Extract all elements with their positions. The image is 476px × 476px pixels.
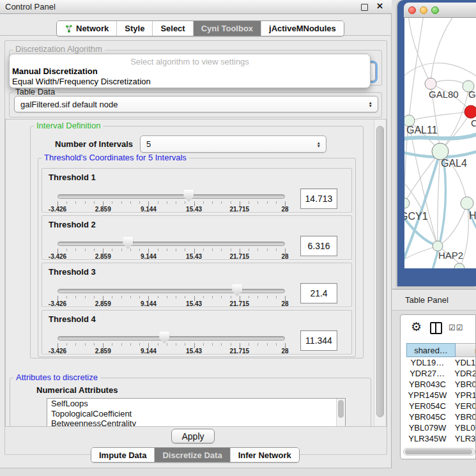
tick-label: -3.426 <box>49 300 66 307</box>
tick-mark <box>139 201 140 204</box>
settings-scrollbar-thumb[interactable] <box>376 126 384 417</box>
control-panel-titlebar: Control Panel ✕ <box>0 0 392 14</box>
threshold-value-field[interactable]: 11.344 <box>300 330 337 351</box>
attribute-list-item[interactable]: BetweennessCentrality <box>47 418 345 427</box>
numerical-attributes-list[interactable]: SelfLoopsTopologicalCoefficientBetweenne… <box>47 398 346 427</box>
threshold-value-field[interactable]: 6.316 <box>300 236 337 256</box>
threshold-slider-thumb[interactable] <box>232 284 242 296</box>
tick-mark <box>185 343 185 346</box>
threshold-slider-thumb[interactable] <box>183 190 194 202</box>
attributes-group-title: Attributes to discretize <box>13 373 100 382</box>
table-row[interactable]: YIL052CYIL0 <box>406 444 476 447</box>
algorithm-dropdown-popup: Select algorithm to view settings Manual… <box>9 54 371 88</box>
dropdown-option-manual-discretization[interactable]: Manual Discretization <box>12 66 98 76</box>
combo-arrows-icon: ▲▼ <box>369 101 372 107</box>
threshold-label: Threshold 1 <box>49 173 96 182</box>
tab-impute-data[interactable]: Impute Data <box>91 448 155 462</box>
tick-label: 21.715 <box>230 348 250 355</box>
tick-mark <box>221 343 222 346</box>
float-window-icon[interactable] <box>361 4 368 11</box>
cell-shared-name: YBL079W <box>406 423 449 433</box>
tab-style[interactable]: Style <box>117 21 153 36</box>
threshold-value-field[interactable]: 21.4 <box>300 283 337 303</box>
close-icon[interactable]: ✕ <box>376 1 383 11</box>
tick-mark <box>203 296 204 298</box>
tick-mark <box>75 201 76 204</box>
settings-scrollbar[interactable] <box>374 119 387 426</box>
tab-cyni-toolbox[interactable]: Cyni Toolbox <box>194 21 261 36</box>
gear-icon[interactable]: ⚙ <box>411 319 422 334</box>
apply-button[interactable]: Apply <box>171 429 215 443</box>
table-horizontal-scrollbar[interactable] <box>403 448 475 456</box>
table-row[interactable]: YBR045CYBR0 <box>406 411 476 422</box>
dropdown-placeholder-item[interactable]: Select algorithm to view settings <box>10 57 370 66</box>
tick-mark <box>75 343 76 346</box>
threshold-slider-track[interactable] <box>58 194 285 199</box>
table-scrollbar-thumb[interactable] <box>405 449 472 454</box>
network-graph: GAL80 GA C GAL11 GAL4 GCY1 H HAP2 <box>404 18 476 268</box>
table-data-combobox[interactable]: galFiltered.sif default node ▲▼ <box>14 96 378 112</box>
table-row[interactable]: YLR345WYLR3 <box>406 433 476 444</box>
node-h[interactable] <box>461 197 473 210</box>
attributes-list-scrollbar[interactable] <box>336 399 345 427</box>
attribute-list-item[interactable]: TopologicalCoefficient <box>47 409 345 419</box>
table-row[interactable]: YBL079WYBL0 <box>406 422 476 433</box>
threshold-slider-track[interactable] <box>58 289 285 293</box>
attributes-list-items: SelfLoopsTopologicalCoefficientBetweenne… <box>47 399 345 427</box>
tick-mark <box>212 343 213 346</box>
threshold-slider-thumb[interactable] <box>159 332 169 344</box>
threshold-slider-track[interactable] <box>58 336 285 341</box>
column-header-shared-name[interactable]: shared… <box>406 343 456 357</box>
tab-network-label: Network <box>76 24 109 33</box>
cell-name: YER0 <box>449 401 476 411</box>
combo-arrows-icon: ▲▼ <box>317 141 321 148</box>
tab-network[interactable]: Network <box>57 21 117 36</box>
node-gcy1[interactable] <box>404 198 410 208</box>
slider-scale-labels: -3.4262.8599.14415.4321.71528 <box>58 348 285 354</box>
tick-mark <box>94 296 95 298</box>
table-row[interactable]: YPR145WYPR1 <box>406 390 476 401</box>
network-canvas[interactable]: GAL80 GA C GAL11 GAL4 GCY1 H HAP2 <box>404 18 476 268</box>
discretization-algorithm-group-title: Discretization Algorithm <box>13 45 105 54</box>
control-panel-title: Control Panel <box>5 2 56 12</box>
table-row[interactable]: YER054CYER0 <box>406 401 476 411</box>
table-row[interactable]: YBR043CYBR0 <box>406 379 476 390</box>
tick-mark <box>112 296 112 298</box>
threshold-value-field[interactable]: 14.713 <box>300 188 337 209</box>
attributes-scrollbar-thumb[interactable] <box>338 400 344 418</box>
threshold-slider-thumb[interactable] <box>123 237 133 249</box>
close-traffic-light[interactable] <box>408 6 416 14</box>
tick-mark <box>112 249 112 251</box>
attribute-list-item[interactable]: SelfLoops <box>47 399 345 409</box>
number-of-intervals-combobox[interactable]: 5 ▲▼ <box>140 135 326 153</box>
network-view-window[interactable]: GAL80 GA C GAL11 GAL4 GCY1 H HAP2 <box>397 0 476 286</box>
minimize-traffic-light[interactable] <box>420 6 427 14</box>
node-red-selected[interactable] <box>464 105 476 118</box>
tick-label: -3.426 <box>49 253 66 260</box>
select-columns-icon[interactable]: ☑☑ <box>449 323 464 332</box>
zoom-traffic-light[interactable] <box>431 6 439 14</box>
split-columns-icon[interactable] <box>430 322 442 334</box>
dropdown-option-equal-width[interactable]: Equal Width/Frequency Discretization <box>12 77 151 86</box>
node-bottom-partial[interactable] <box>454 263 464 268</box>
node-gal80[interactable] <box>425 78 436 89</box>
tab-select[interactable]: Select <box>153 21 193 36</box>
table-row[interactable]: YDR27…YDR2 <box>406 368 476 379</box>
slider-scale-labels: -3.4262.8599.14415.4321.71528 <box>58 253 285 259</box>
tick-mark <box>130 201 131 204</box>
tick-mark <box>75 249 76 251</box>
tick-label: 15.43 <box>186 206 202 213</box>
tab-jactivemnodules[interactable]: jActiveMNodules <box>261 21 344 36</box>
table-row[interactable]: YDL19…YDL1 <box>406 357 476 368</box>
tab-infer-network[interactable]: Infer Network <box>231 448 299 462</box>
control-panel-tabbar: Network Style Select Cyni Toolbox jActiv… <box>56 20 344 36</box>
tab-discretize-data[interactable]: Discretize Data <box>155 448 230 462</box>
tick-mark <box>212 249 213 251</box>
network-window-titlebar[interactable] <box>404 3 476 18</box>
tick-label: 21.715 <box>230 300 250 307</box>
column-header-name[interactable]: na <box>456 343 476 357</box>
tick-mark <box>257 201 258 204</box>
tick-mark <box>167 296 167 298</box>
threshold-slider-track[interactable] <box>58 242 285 246</box>
table-panel-title: Table Panel <box>405 295 449 305</box>
